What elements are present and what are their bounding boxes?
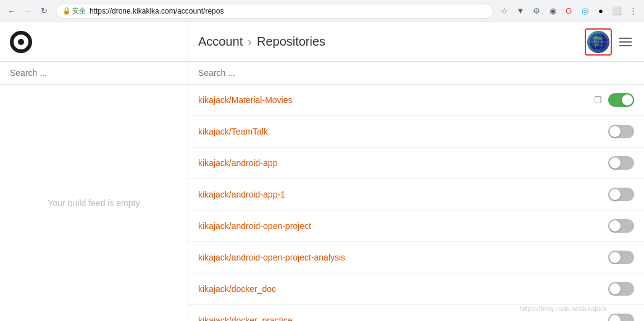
security-badge: 🔒 安全 — [62, 6, 86, 15]
extensions2-icon[interactable]: ⬜ — [611, 5, 623, 17]
repo-right — [608, 219, 634, 233]
repo-username: kikajack — [198, 158, 229, 168]
repo-name: Material-Movies — [232, 95, 293, 105]
repo-username: kikajack — [198, 95, 229, 105]
repo-item: kikajack/android-open-project-analysis — [188, 242, 644, 273]
sidebar-search-container — [0, 62, 188, 85]
repo-link[interactable]: kikajack/docker_practice — [198, 315, 293, 321]
repo-right — [608, 156, 634, 170]
back-button[interactable]: ← — [5, 4, 19, 18]
repo-item: kikajack/Material-Movies❐ — [188, 85, 644, 116]
repo-username: kikajack — [198, 190, 229, 199]
bookmark-icon[interactable]: ☆ — [498, 5, 511, 17]
repo-username: kikajack — [198, 221, 229, 231]
repo-right — [608, 251, 634, 264]
logo-inner — [14, 35, 28, 49]
repo-name: docker_doc — [232, 284, 276, 294]
hamburger-menu[interactable] — [617, 35, 634, 49]
repo-link[interactable]: kikajack/android-open-project-analysis — [198, 252, 345, 262]
repo-name: android-app-1 — [232, 190, 285, 199]
repo-toggle[interactable] — [608, 282, 634, 296]
watermark: https://blog.csdn.net/kikajack — [520, 305, 607, 312]
hamburger-line-2 — [619, 41, 632, 43]
repo-link[interactable]: kikajack/android-app-1 — [198, 190, 285, 199]
header-right — [585, 28, 634, 56]
toggle-slider — [608, 93, 634, 107]
breadcrumb-account: Account — [198, 35, 243, 49]
repo-item: kikajack/android-open-project — [188, 211, 644, 242]
repo-right — [608, 188, 634, 201]
repo-item: kikajack/android-app-1 — [188, 179, 644, 211]
breadcrumb-repos: Repositories — [257, 35, 325, 49]
forward-button[interactable]: → — [21, 4, 35, 18]
globe-svg — [589, 33, 608, 51]
repo-link[interactable]: kikajack/android-app — [198, 158, 277, 168]
repo-right: ❐ — [594, 93, 634, 107]
app-container: Your build feed is empty Account › Repos… — [0, 22, 644, 321]
repo-toggle[interactable] — [608, 156, 634, 170]
repo-toggle[interactable] — [608, 219, 634, 233]
sidebar: Your build feed is empty — [0, 22, 188, 321]
sidebar-search-input[interactable] — [10, 68, 178, 78]
toggle-slider — [608, 251, 634, 264]
repo-username: kikajack — [198, 127, 229, 136]
menu-icon[interactable]: ⋮ — [627, 5, 639, 17]
toggle-slider — [608, 314, 634, 321]
cast-icon[interactable]: ▼ — [514, 5, 527, 17]
main-content: Account › Repositories — [188, 22, 644, 321]
vpn-icon[interactable]: ◎ — [579, 5, 591, 17]
repo-right — [608, 314, 634, 321]
repo-item: kikajack/docker_doc — [188, 273, 644, 305]
toggle-slider — [608, 219, 634, 233]
sidebar-header — [0, 22, 188, 62]
profile-icon[interactable]: ● — [595, 5, 607, 17]
repo-link[interactable]: kikajack/TeamTalk — [198, 127, 268, 136]
avatar-globe — [587, 31, 609, 53]
opera-icon[interactable]: O — [562, 5, 575, 17]
repo-name: android-app — [232, 158, 278, 168]
hamburger-line-1 — [619, 38, 632, 39]
repo-username: kikajack — [198, 315, 229, 321]
repo-item: kikajack/TeamTalk — [188, 116, 644, 148]
repo-right — [608, 125, 634, 138]
repo-toggle[interactable] — [608, 188, 634, 201]
logo-dot — [18, 39, 24, 45]
repo-link[interactable]: kikajack/android-open-project — [198, 221, 311, 231]
main-search-input[interactable] — [198, 68, 634, 78]
logo[interactable] — [10, 31, 32, 53]
repo-name: android-open-project — [232, 221, 311, 231]
breadcrumb: Account › Repositories — [198, 35, 325, 49]
repo-username: kikajack — [198, 284, 229, 294]
repo-name: docker_practice — [232, 315, 293, 321]
repo-toggle[interactable] — [608, 125, 634, 138]
repo-name: TeamTalk — [232, 127, 268, 136]
extensions-icon[interactable]: ⚙ — [530, 5, 543, 17]
toggle-slider — [608, 282, 634, 296]
browser-icons: ☆ ▼ ⚙ ◉ O ◎ ● ⬜ ⋮ — [498, 5, 639, 17]
repo-toggle[interactable] — [608, 314, 634, 321]
profiles-icon[interactable]: ◉ — [546, 5, 559, 17]
sidebar-empty-message: Your build feed is empty — [0, 85, 188, 321]
main-header: Account › Repositories — [188, 22, 644, 62]
browser-chrome: ← → ↻ 🔒 安全 https://drone.kikakika.com/ac… — [0, 0, 644, 22]
toggle-slider — [608, 188, 634, 201]
repo-item: kikajack/android-app — [188, 148, 644, 179]
repo-link[interactable]: kikajack/docker_doc — [198, 284, 276, 294]
reload-button[interactable]: ↻ — [37, 4, 51, 18]
repo-name: android-open-project-analysis — [232, 252, 345, 262]
main-search-container — [188, 62, 644, 85]
repo-link[interactable]: kikajack/Material-Movies — [198, 95, 293, 105]
url-text: https://drone.kikakika.com/account/repos — [90, 7, 224, 15]
repo-username: kikajack — [198, 252, 229, 262]
repo-list: kikajack/Material-Movies❐kikajack/TeamTa… — [188, 85, 644, 321]
repo-toggle[interactable] — [608, 93, 634, 107]
avatar-wrapper[interactable] — [585, 28, 612, 56]
external-link-icon[interactable]: ❐ — [594, 95, 602, 105]
breadcrumb-separator: › — [248, 35, 252, 49]
repo-toggle[interactable] — [608, 251, 634, 264]
repo-right — [608, 282, 634, 296]
address-bar[interactable]: 🔒 安全 https://drone.kikakika.com/account/… — [56, 4, 493, 19]
toggle-slider — [608, 125, 634, 138]
toggle-slider — [608, 156, 634, 170]
hamburger-line-3 — [619, 45, 632, 46]
